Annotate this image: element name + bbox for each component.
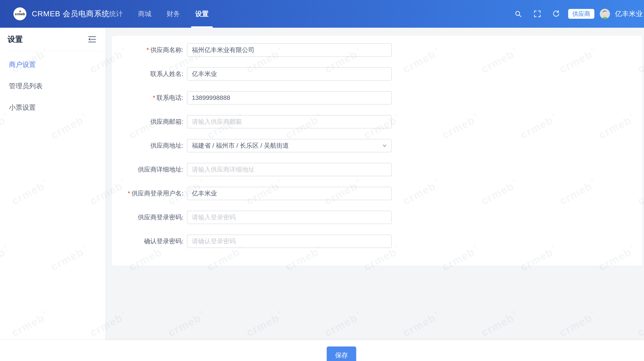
refresh-icon[interactable] <box>552 10 560 18</box>
crmeb-logo-icon: crmeb <box>14 7 26 20</box>
brand: crmeb CRMEB 会员电商系统 <box>14 7 110 20</box>
form-row-supplier-email: 供应商邮箱: <box>112 115 642 128</box>
required-mark: * <box>128 190 130 197</box>
username[interactable]: 亿丰米业 <box>615 9 643 18</box>
app-title: CRMEB 会员电商系统 <box>32 9 110 19</box>
nav-item-finance[interactable]: 财务 <box>166 0 180 28</box>
role-badge: 供应商 <box>568 9 594 19</box>
required-mark: * <box>153 94 155 101</box>
form-row-contact-phone: *联系电话: <box>112 91 642 104</box>
sidebar-item-receipt-settings[interactable]: 小票设置 <box>0 97 106 118</box>
user-avatar[interactable] <box>600 9 610 19</box>
sidebar-menu: 商户设置 管理员列表 小票设置 <box>0 54 106 118</box>
confirm-password-label: 确认登录密码: <box>112 237 187 246</box>
merchant-settings-panel: *供应商名称: 联系人姓名: *联系电话: 供应商邮箱: 供应商地址: <box>112 36 642 266</box>
required-mark: * <box>146 46 149 53</box>
login-password-label: 供应商登录密码: <box>112 213 187 222</box>
form-row-login-username: *供应商登录用户名: <box>112 187 642 200</box>
confirm-password-input[interactable] <box>187 235 392 248</box>
form-row-contact-name: 联系人姓名: <box>112 67 642 81</box>
login-username-label: *供应商登录用户名: <box>112 189 187 198</box>
page: crmeb CRMEB 会员电商系统 统计 商城 财务 设置 <box>0 0 644 361</box>
supplier-detail-address-input[interactable] <box>187 163 392 176</box>
form-row-supplier-name: *供应商名称: <box>112 43 642 57</box>
main-nav: 统计 商城 财务 设置 <box>109 0 224 28</box>
contact-phone-label: *联系电话: <box>112 94 187 102</box>
login-password-input[interactable] <box>187 211 392 224</box>
supplier-email-label: 供应商邮箱: <box>112 117 187 126</box>
sidebar-divider <box>7 51 102 51</box>
contact-phone-input[interactable] <box>187 91 392 104</box>
top-navbar: crmeb CRMEB 会员电商系统 统计 商城 财务 设置 <box>0 0 644 28</box>
sidebar-item-admin-list[interactable]: 管理员列表 <box>0 75 106 97</box>
sidebar: 设置 商户设置 管理员列表 小票设置 <box>0 28 106 361</box>
contact-name-input[interactable] <box>187 67 392 81</box>
contact-name-label: 联系人姓名: <box>112 70 187 78</box>
sidebar-item-merchant-settings[interactable]: 商户设置 <box>0 54 106 75</box>
supplier-name-label: *供应商名称: <box>112 46 187 54</box>
chevron-down-icon <box>382 142 388 149</box>
supplier-detail-address-label: 供应商详细地址: <box>112 165 187 174</box>
supplier-address-select[interactable]: 福建省 / 福州市 / 长乐区 / 吴航街道 <box>187 139 392 152</box>
fullscreen-icon[interactable] <box>533 10 541 18</box>
svg-text:crmeb: crmeb <box>15 12 25 16</box>
sidebar-header: 设置 <box>0 28 106 51</box>
form-row-confirm-password: 确认登录密码: <box>112 235 642 248</box>
action-footer: 保存 <box>0 340 644 361</box>
supplier-name-input[interactable] <box>187 43 392 57</box>
nav-item-mall[interactable]: 商城 <box>138 0 152 28</box>
navbar-right: 供应商 亿丰米业 <box>514 0 643 28</box>
form-row-supplier-detail-address: 供应商详细地址: <box>112 163 642 176</box>
supplier-address-value: 福建省 / 福州市 / 长乐区 / 吴航街道 <box>192 141 378 150</box>
search-icon[interactable] <box>514 10 522 18</box>
form-row-login-password: 供应商登录密码: <box>112 211 642 224</box>
save-button[interactable]: 保存 <box>327 347 356 361</box>
collapse-menu-icon[interactable] <box>88 35 96 43</box>
sidebar-title: 设置 <box>8 34 23 44</box>
login-username-input[interactable] <box>187 187 392 200</box>
supplier-email-input[interactable] <box>187 115 392 128</box>
supplier-address-label: 供应商地址: <box>112 141 187 150</box>
nav-item-statistics[interactable]: 统计 <box>109 0 123 28</box>
form-row-supplier-address: 供应商地址: 福建省 / 福州市 / 长乐区 / 吴航街道 <box>112 139 642 152</box>
nav-item-settings[interactable]: 设置 <box>195 0 209 28</box>
